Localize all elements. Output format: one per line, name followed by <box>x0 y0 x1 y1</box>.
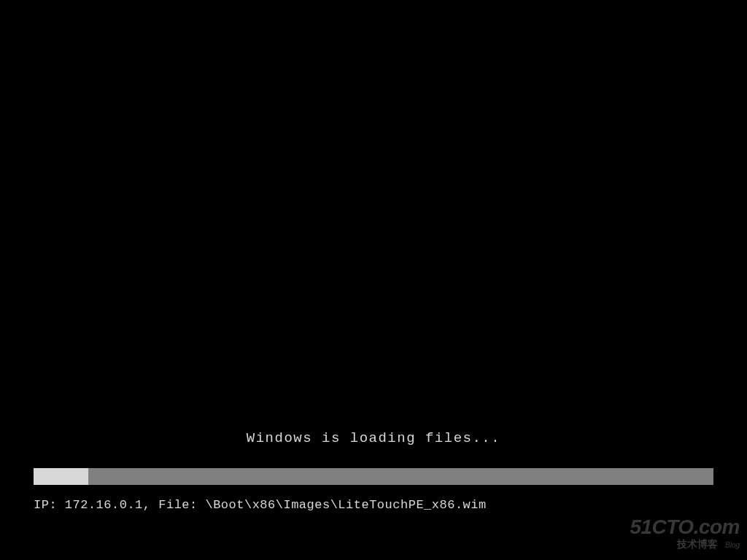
progress-bar-track <box>34 468 713 485</box>
boot-status-line: IP: 172.16.0.1, File: \Boot\x86\Images\L… <box>34 498 487 512</box>
watermark-main-text: 51CTO.com <box>630 517 740 537</box>
watermark-sub-row: 技术博客 Blog <box>630 537 740 551</box>
watermark-logo: 51CTO.com 技术博客 Blog <box>630 517 740 551</box>
watermark-tag-text: Blog <box>725 541 740 549</box>
progress-bar-fill <box>34 468 88 485</box>
loading-message: Windows is loading files... <box>0 430 747 446</box>
watermark-sub-text: 技术博客 <box>677 538 718 550</box>
